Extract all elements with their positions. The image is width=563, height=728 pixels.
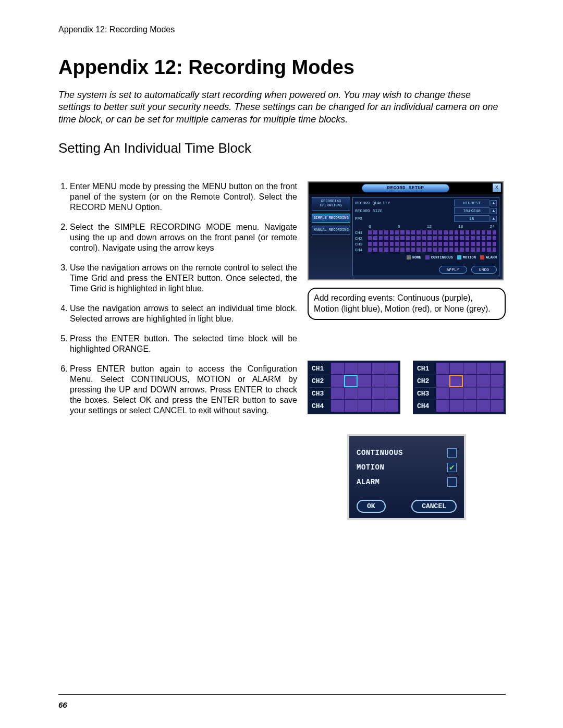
time-cell[interactable] bbox=[486, 236, 491, 241]
time-cell[interactable] bbox=[465, 247, 470, 252]
time-cell[interactable] bbox=[422, 247, 426, 252]
time-cell[interactable] bbox=[395, 236, 399, 241]
time-cell[interactable] bbox=[465, 236, 470, 241]
mini-grid-selected-cyan[interactable]: CH1CH2CH3CH4 bbox=[308, 361, 400, 414]
time-cell[interactable] bbox=[463, 400, 476, 412]
option-value[interactable]: HIGHEST bbox=[454, 200, 489, 206]
time-cell[interactable] bbox=[459, 236, 464, 241]
time-cell[interactable] bbox=[400, 230, 405, 235]
time-cell[interactable] bbox=[438, 230, 443, 235]
time-cell[interactable] bbox=[416, 241, 421, 246]
mini-row[interactable]: CH1 bbox=[310, 363, 398, 375]
time-cell[interactable] bbox=[490, 388, 504, 400]
time-grid[interactable]: CH1CH2CH3CH4 bbox=[355, 230, 497, 252]
time-cell[interactable] bbox=[368, 236, 372, 241]
time-cell[interactable] bbox=[481, 241, 486, 246]
time-cell[interactable] bbox=[411, 241, 415, 246]
time-cell[interactable] bbox=[476, 375, 490, 387]
option-value[interactable]: 15 bbox=[454, 215, 489, 222]
mini-grid-selected-orange[interactable]: CH1CH2CH3CH4 bbox=[413, 361, 506, 414]
time-cell[interactable] bbox=[416, 236, 421, 241]
spinner-icon[interactable]: ▲ bbox=[491, 208, 497, 214]
time-cell[interactable] bbox=[438, 236, 443, 241]
time-cell[interactable] bbox=[389, 241, 394, 246]
time-cell[interactable] bbox=[422, 230, 426, 235]
time-cell[interactable] bbox=[371, 375, 385, 387]
time-cell[interactable] bbox=[384, 247, 388, 252]
mini-row[interactable]: CH3 bbox=[310, 387, 398, 400]
time-cell[interactable] bbox=[454, 241, 459, 246]
time-cell[interactable] bbox=[344, 363, 358, 375]
time-cell[interactable] bbox=[436, 375, 449, 387]
time-cell[interactable] bbox=[331, 388, 344, 400]
time-cell[interactable] bbox=[373, 236, 377, 241]
time-cell[interactable] bbox=[406, 236, 410, 241]
time-cell[interactable] bbox=[368, 241, 372, 246]
time-cell[interactable] bbox=[433, 247, 437, 252]
config-continuous[interactable]: CONTINUOUS bbox=[357, 446, 457, 460]
time-cell[interactable] bbox=[358, 375, 371, 387]
checkbox-icon[interactable] bbox=[447, 448, 457, 458]
time-cell[interactable] bbox=[463, 375, 476, 387]
time-cell[interactable] bbox=[384, 230, 388, 235]
cancel-button[interactable]: CANCEL bbox=[411, 500, 457, 513]
time-cell[interactable] bbox=[449, 236, 454, 241]
time-cell[interactable] bbox=[378, 241, 383, 246]
time-cell[interactable] bbox=[486, 241, 491, 246]
time-cell[interactable] bbox=[476, 236, 481, 241]
time-cell[interactable] bbox=[373, 230, 377, 235]
time-cell[interactable] bbox=[389, 236, 394, 241]
mini-row[interactable]: CH3 bbox=[415, 387, 504, 400]
time-cell[interactable] bbox=[427, 247, 432, 252]
time-cell[interactable] bbox=[449, 388, 463, 400]
time-cell[interactable] bbox=[400, 247, 405, 252]
time-cell[interactable] bbox=[470, 247, 475, 252]
checkbox-icon[interactable] bbox=[447, 477, 457, 487]
time-cell[interactable] bbox=[427, 230, 432, 235]
time-cell[interactable] bbox=[476, 241, 481, 246]
time-cell[interactable] bbox=[411, 247, 415, 252]
grid-row[interactable]: CH3 bbox=[355, 241, 497, 246]
time-cell[interactable] bbox=[331, 363, 344, 375]
time-cell[interactable] bbox=[492, 236, 497, 241]
time-cell[interactable] bbox=[358, 363, 371, 375]
time-cell[interactable] bbox=[373, 241, 377, 246]
spinner-icon[interactable]: ▲ bbox=[491, 200, 497, 206]
mini-row[interactable]: CH4 bbox=[310, 400, 398, 412]
time-cell[interactable] bbox=[449, 375, 463, 387]
time-cell[interactable] bbox=[331, 375, 344, 387]
time-cell[interactable] bbox=[476, 247, 481, 252]
mini-row[interactable]: CH2 bbox=[310, 375, 398, 387]
time-cell[interactable] bbox=[389, 247, 394, 252]
time-cell[interactable] bbox=[481, 230, 486, 235]
time-cell[interactable] bbox=[411, 236, 415, 241]
time-cell[interactable] bbox=[371, 363, 385, 375]
time-cell[interactable] bbox=[436, 400, 449, 412]
time-cell[interactable] bbox=[416, 247, 421, 252]
time-cell[interactable] bbox=[344, 400, 358, 412]
time-cell[interactable] bbox=[385, 363, 398, 375]
time-cell[interactable] bbox=[454, 236, 459, 241]
sidebar-recording-operations[interactable]: RECORDING OPERATIONS bbox=[312, 197, 350, 210]
sidebar-simple-recording[interactable]: SIMPLE RECORDING bbox=[312, 214, 350, 223]
time-cell[interactable] bbox=[433, 241, 437, 246]
time-cell[interactable] bbox=[384, 236, 388, 241]
time-cell[interactable] bbox=[378, 247, 383, 252]
grid-row[interactable]: CH4 bbox=[355, 247, 497, 252]
time-cell[interactable] bbox=[465, 230, 470, 235]
time-cell[interactable] bbox=[344, 388, 358, 400]
time-cell[interactable] bbox=[443, 241, 448, 246]
time-cell[interactable] bbox=[400, 236, 405, 241]
time-cell[interactable] bbox=[395, 230, 399, 235]
time-cell[interactable] bbox=[400, 241, 405, 246]
time-cell[interactable] bbox=[463, 388, 476, 400]
time-cell[interactable] bbox=[416, 230, 421, 235]
time-cell[interactable] bbox=[422, 236, 426, 241]
time-cell[interactable] bbox=[476, 388, 490, 400]
sidebar-manual-recording[interactable]: MANUAL RECORDING bbox=[312, 226, 350, 235]
time-cell[interactable] bbox=[449, 400, 463, 412]
time-cell[interactable] bbox=[449, 230, 454, 235]
time-cell[interactable] bbox=[427, 236, 432, 241]
time-cell[interactable] bbox=[490, 400, 504, 412]
ok-button[interactable]: OK bbox=[357, 500, 386, 513]
